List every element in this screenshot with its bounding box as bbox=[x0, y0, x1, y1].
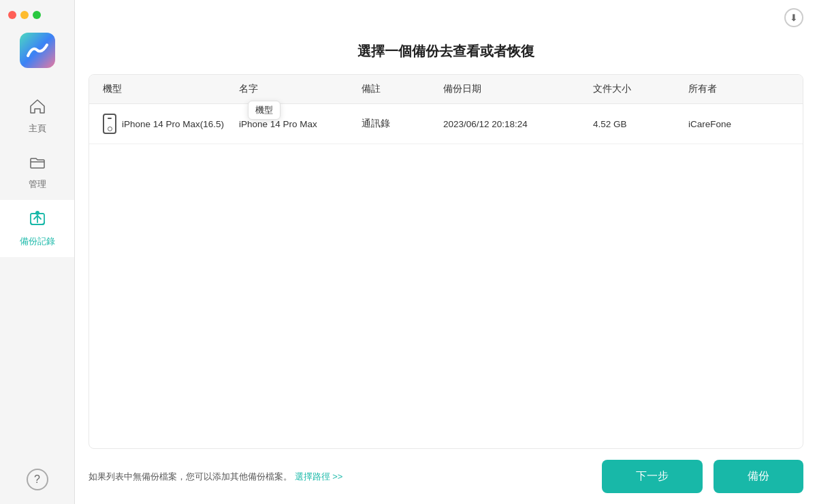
table-body: iPhone 14 Pro Max(16.5) iPhone 14 Pro Ma… bbox=[89, 104, 803, 144]
backup-table: 機型 名字 備註 備份日期 文件大小 所有者 iPhone 14 Pro Max… bbox=[89, 74, 803, 449]
sidebar-item-manage-label: 管理 bbox=[29, 178, 46, 190]
sidebar-item-backup-label: 備份記錄 bbox=[20, 235, 55, 248]
column-date: 備份日期 bbox=[443, 83, 593, 95]
minimize-button[interactable] bbox=[20, 11, 29, 19]
app-logo bbox=[20, 33, 55, 68]
column-owner: 所有者 bbox=[688, 83, 784, 95]
main-content: ⬇ 選擇一個備份去查看或者恢復 機型 名字 備註 備份日期 文件大小 所有者 i… bbox=[75, 0, 817, 504]
cell-size: 4.52 GB bbox=[593, 119, 688, 129]
tooltip-text: 機型 bbox=[255, 105, 273, 115]
traffic-lights bbox=[0, 11, 41, 19]
help-label: ? bbox=[34, 473, 40, 486]
table-row[interactable]: iPhone 14 Pro Max(16.5) iPhone 14 Pro Ma… bbox=[89, 104, 803, 144]
device-cell: iPhone 14 Pro Max(16.5) bbox=[103, 114, 239, 134]
sidebar: 主頁 管理 備份記錄 ? bbox=[0, 0, 75, 504]
sidebar-item-home[interactable]: 主頁 bbox=[0, 88, 74, 144]
backup-icon bbox=[28, 209, 47, 233]
download-button[interactable]: ⬇ bbox=[784, 8, 803, 27]
folder-icon bbox=[29, 154, 46, 175]
select-path-link[interactable]: 選擇路徑 >> bbox=[295, 471, 343, 482]
page-title: 選擇一個備份去查看或者恢復 bbox=[75, 35, 817, 74]
column-note: 備註 bbox=[362, 83, 443, 95]
cell-date: 2023/06/12 20:18:24 bbox=[443, 119, 593, 129]
cell-name: iPhone 14 Pro Max bbox=[239, 119, 362, 129]
close-button[interactable] bbox=[8, 11, 16, 19]
cell-owner: iCareFone bbox=[688, 119, 784, 129]
cell-type: iPhone 14 Pro Max(16.5) bbox=[89, 114, 239, 134]
next-button[interactable]: 下一步 bbox=[602, 460, 703, 493]
tooltip: 機型 bbox=[248, 101, 281, 120]
backup-button[interactable]: 備份 bbox=[714, 460, 803, 493]
table-header: 機型 名字 備註 備份日期 文件大小 所有者 bbox=[89, 75, 803, 104]
maximize-button[interactable] bbox=[33, 11, 41, 19]
column-size: 文件大小 bbox=[593, 83, 688, 95]
help-button[interactable]: ? bbox=[27, 469, 48, 490]
cell-note: 通訊錄 bbox=[362, 118, 443, 130]
home-icon bbox=[29, 98, 46, 120]
sidebar-item-home-label: 主頁 bbox=[29, 122, 46, 135]
column-name: 名字 bbox=[239, 83, 362, 95]
bottom-bar: 如果列表中無備份檔案，您可以添加其他備份檔案。 選擇路徑 >> 下一步 備份 bbox=[75, 449, 817, 504]
device-name: iPhone 14 Pro Max(16.5) bbox=[122, 119, 224, 129]
top-bar: ⬇ bbox=[75, 0, 817, 35]
column-type: 機型 bbox=[89, 83, 239, 95]
iphone-icon bbox=[103, 114, 116, 134]
sidebar-item-manage[interactable]: 管理 bbox=[0, 144, 74, 200]
download-icon: ⬇ bbox=[790, 12, 798, 23]
hint-text: 如果列表中無備份檔案，您可以添加其他備份檔案。 bbox=[89, 471, 292, 482]
bottom-hint: 如果列表中無備份檔案，您可以添加其他備份檔案。 選擇路徑 >> bbox=[89, 471, 591, 483]
sidebar-item-backup[interactable]: 備份記錄 bbox=[0, 200, 74, 257]
